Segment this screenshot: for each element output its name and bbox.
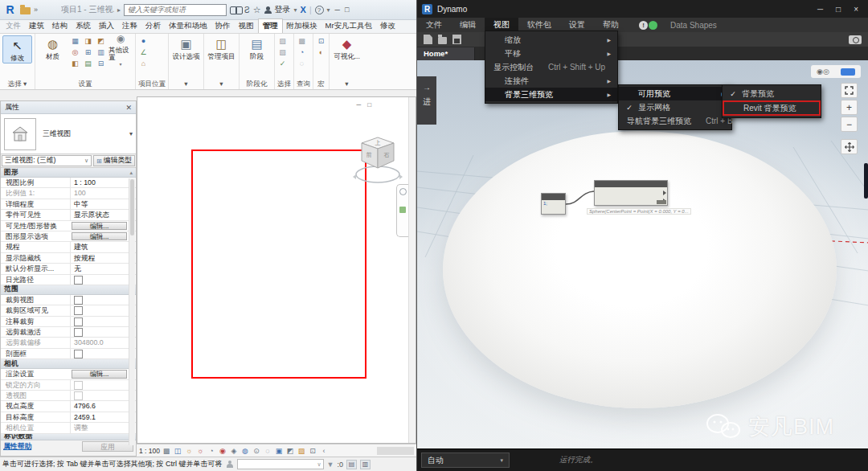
edit-type-button[interactable]: ⊞ 编辑类型 [93,155,135,166]
geometry-view-icon[interactable] [841,68,855,76]
ribbon-tab[interactable]: 管理 [258,18,283,33]
view-cube[interactable]: 上 前 右 [352,131,403,189]
analytical-model-icon[interactable]: ◩ [285,446,295,456]
ribbon-tab[interactable]: Mr安凡工具包 [321,19,377,33]
select-panel-icon[interactable]: ▥ [360,460,371,469]
purge-icon[interactable]: ▥ [96,47,106,57]
view-menu-item[interactable]: 背景三维预览 ▶ [485,88,617,101]
open-file-icon[interactable] [438,37,447,44]
available-preview-item[interactable]: Revit 背景预览 [723,100,821,116]
filter-panel-icon[interactable]: ▤ [346,460,357,469]
view-menu-item[interactable]: 连接件 ▶ [485,74,617,88]
sphere-bycenterpointradius-node[interactable] [594,180,668,206]
horizontal-scrollbar[interactable] [377,447,414,455]
rendering-icon[interactable]: ◔ [207,446,216,456]
save-file-icon[interactable] [452,35,461,44]
property-row[interactable]: 比例值 1: 100 [1,188,136,199]
output-port[interactable] [595,198,666,203]
modify-button[interactable]: ↖ 修改 [2,35,32,63]
properties-help-link[interactable]: 属性帮助 [3,442,31,452]
type-selector[interactable]: 三维视图 ▾ [1,114,136,154]
dynamo-minimize-button[interactable]: ─ [817,5,823,14]
location-icon[interactable]: ● [138,35,149,46]
property-row[interactable]: 注释裁剪 [1,317,136,327]
property-row[interactable]: 远剪裁激活 [1,327,136,338]
transfer-standards-icon[interactable]: ▤ [83,58,93,68]
section-camera[interactable]: 相机▴ [1,359,136,369]
select-by-id-icon[interactable]: ◔ [297,47,307,57]
property-row[interactable]: 可见性/图形替换 编辑... [1,221,136,231]
view-menu-item[interactable]: 显示控制台 Ctrl + Shift + Up [485,60,617,74]
title-dropdown-icon[interactable]: ▸ [117,6,121,14]
preview-mode-toggle[interactable]: ◉◎ [811,65,861,78]
shared-parameters-icon[interactable]: ⊞ [83,47,93,57]
property-row[interactable]: 远剪裁偏移 304800.0 [1,338,136,348]
shadows-icon[interactable]: ☼ [195,446,205,456]
run-mode-select[interactable]: 自动▾ [421,453,510,468]
minimize-button[interactable]: ─ [335,6,340,14]
property-row[interactable]: 详细程度 中等 [1,199,136,210]
edit-selection-icon[interactable]: ✓ [277,58,288,68]
help-dropdown-icon[interactable]: ▾ [327,6,330,14]
view-menu-item[interactable]: 缩放 ▶ [485,33,617,47]
presentation-icon[interactable]: ⊡ [308,446,317,456]
qat-expand-icon[interactable]: » [34,6,37,14]
coordinates-icon[interactable]: ∠ [138,47,149,57]
design-option-select[interactable]: ∨ [237,459,324,469]
materials-button[interactable]: ◍ 材质 [38,35,68,60]
dynamo-menu-item[interactable]: 编辑 [451,18,485,32]
search-input[interactable] [124,4,227,16]
worksharing-display-icon[interactable]: ◌ [263,446,272,456]
property-row[interactable]: 规程 建筑 [1,242,136,252]
revit-app-icon[interactable]: R [3,3,17,17]
home-tab[interactable]: Home* [417,47,475,60]
filter-icon[interactable]: ▼ [327,461,334,469]
view-scale[interactable]: 1 : 100 [139,447,160,455]
global-parameters-icon[interactable]: ◩ [96,35,106,46]
ribbon-tab[interactable]: 修改 [376,19,399,33]
property-row[interactable]: 剖面框 [1,349,136,359]
properties-scrollbar[interactable] [129,178,135,445]
temporary-hide-icon[interactable]: ◍ [240,446,250,456]
property-row[interactable]: 锁定的方向 [1,380,136,391]
property-row[interactable]: 视点高度 4796.6 [1,401,136,412]
property-row[interactable]: 日光路径 [1,275,136,285]
canvas-scrollbar-thumb[interactable] [864,163,868,199]
property-row[interactable]: 裁剪区域可见 [1,305,136,316]
manage-project-button[interactable]: ◫ 管理项目 [207,35,236,60]
phases-button[interactable]: ▤ 阶段 [242,35,272,60]
property-row[interactable]: 默认分析显示... 无 [1,264,136,274]
ribbon-tab[interactable]: 注释 [118,19,141,33]
sun-path-icon[interactable]: ☼ [184,446,194,456]
library-expand-tab[interactable]: → 进 [417,76,436,125]
detail-level-icon[interactable]: ▩ [162,446,171,456]
ribbon-tab[interactable]: 文件 [2,19,25,33]
save-selection-icon[interactable]: ▨ [277,35,288,46]
ids-icon[interactable]: ▩ [297,35,307,46]
reveal-hidden-icon[interactable]: ⊙ [252,446,261,456]
notifications-icon[interactable]: ! [639,21,648,30]
close-properties-icon[interactable]: ✕ [125,104,132,112]
dynamo-menu-item[interactable]: 文件 [417,18,451,32]
favorites-star-icon[interactable]: ☆ [253,5,261,15]
snaps-icon[interactable]: ◎ [70,47,80,57]
help-icon[interactable]: ? [315,6,324,14]
search-binoculars-icon[interactable] [230,6,241,14]
visual-style-icon[interactable]: ◫ [173,446,182,456]
property-row[interactable]: 裁剪视图 [1,295,136,305]
worksharing-icon[interactable]: Ƨ [244,6,250,14]
output-port[interactable] [595,190,666,195]
submenu-item[interactable]: 导航背景三维预览 Ctrl + B [619,114,731,128]
drawing-vertical-scrollbar[interactable] [408,97,416,443]
export-image-camera-icon[interactable] [849,35,862,44]
zoom-out-button[interactable]: − [841,117,858,132]
temporary-view-icon[interactable]: ▣ [274,446,284,456]
code-block-node[interactable]: 1; [541,193,566,215]
units-icon[interactable]: ⊟ [96,58,106,68]
project-info-icon[interactable]: ◧ [70,58,80,68]
open-file-icon[interactable] [20,7,31,14]
ribbon-tab[interactable]: 体量和场地 [165,19,211,33]
pan-button[interactable] [841,139,858,154]
property-row[interactable]: 视图比例 1 : 100 [1,178,136,188]
position-icon[interactable]: ⌂ [138,58,149,68]
